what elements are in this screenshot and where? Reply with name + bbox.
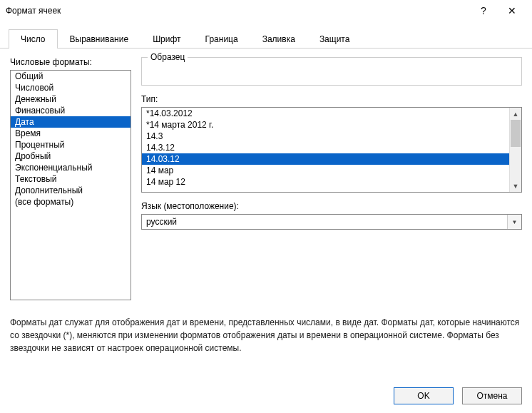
- category-item[interactable]: Текстовый: [11, 173, 131, 185]
- cancel-button[interactable]: Отмена: [462, 387, 522, 404]
- category-item[interactable]: Общий: [11, 71, 131, 82]
- category-listbox[interactable]: ОбщийЧисловойДенежныйФинансовыйДатаВремя…: [10, 70, 131, 300]
- scroll-down-icon[interactable]: ▼: [510, 180, 521, 192]
- tab-strip: ЧислоВыравниваниеШрифтГраницаЗаливкаЗащи…: [0, 29, 532, 49]
- category-item[interactable]: Денежный: [11, 93, 131, 105]
- type-item[interactable]: *14.03.2012: [142, 108, 509, 119]
- category-item[interactable]: (все форматы): [11, 196, 131, 208]
- category-item[interactable]: Время: [11, 128, 131, 139]
- categories-label: Числовые форматы:: [10, 57, 131, 67]
- language-value: русский: [142, 217, 507, 227]
- window-title: Формат ячеек: [6, 6, 469, 16]
- format-cells-dialog: Формат ячеек ? ✕ ЧислоВыравниваниеШрифтГ…: [0, 0, 532, 413]
- close-button[interactable]: ✕: [498, 5, 526, 16]
- type-item[interactable]: *14 марта 2012 г.: [142, 119, 509, 131]
- tab-3[interactable]: Граница: [193, 29, 250, 49]
- tab-2[interactable]: Шрифт: [140, 29, 193, 49]
- help-button[interactable]: ?: [469, 5, 498, 16]
- language-combobox[interactable]: русский ▼: [141, 214, 522, 230]
- type-item[interactable]: 14.03.12: [142, 153, 509, 165]
- tab-0[interactable]: Число: [9, 29, 58, 49]
- sample-label: Образец: [148, 52, 188, 62]
- description-text: Форматы дат служат для отображения дат и…: [10, 316, 522, 355]
- sample-box: Образец: [141, 57, 522, 86]
- type-scrollbar[interactable]: ▲ ▼: [509, 108, 521, 192]
- category-item[interactable]: Финансовый: [11, 105, 131, 116]
- tab-panel-number: Числовые форматы: ОбщийЧисловойДенежныйФ…: [0, 49, 532, 379]
- tab-4[interactable]: Заливка: [250, 29, 307, 49]
- tab-5[interactable]: Защита: [307, 29, 362, 49]
- type-label: Тип:: [141, 94, 522, 104]
- ok-button[interactable]: OK: [394, 387, 454, 404]
- type-item[interactable]: 14.3.12: [142, 142, 509, 153]
- category-item[interactable]: Дата: [11, 116, 131, 128]
- titlebar: Формат ячеек ? ✕: [0, 0, 532, 21]
- category-item[interactable]: Процентный: [11, 139, 131, 151]
- language-label: Язык (местоположение):: [141, 201, 522, 211]
- type-item[interactable]: 14 мар 12: [142, 176, 509, 188]
- dialog-footer: OK Отмена: [0, 379, 532, 413]
- type-item[interactable]: 14.3: [142, 131, 509, 142]
- type-listbox[interactable]: *14.03.2012*14 марта 2012 г.14.314.3.121…: [141, 107, 522, 193]
- category-item[interactable]: Дополнительный: [11, 185, 131, 196]
- chevron-down-icon[interactable]: ▼: [507, 215, 521, 229]
- category-item[interactable]: Числовой: [11, 82, 131, 93]
- tab-1[interactable]: Выравнивание: [58, 29, 141, 49]
- scroll-thumb[interactable]: [511, 120, 521, 147]
- type-item[interactable]: 14 мар: [142, 165, 509, 176]
- category-item[interactable]: Экспоненциальный: [11, 162, 131, 173]
- scroll-up-icon[interactable]: ▲: [510, 108, 521, 120]
- category-item[interactable]: Дробный: [11, 151, 131, 162]
